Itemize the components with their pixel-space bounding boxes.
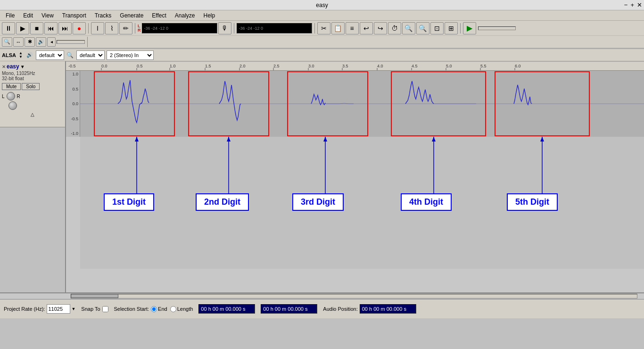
edit-toolbar-btn1[interactable]: ✂ xyxy=(317,22,330,34)
edit-toolbar-btn2[interactable]: 📋 xyxy=(331,22,345,34)
digit-label-1: 1st Digit xyxy=(104,193,154,211)
record-button[interactable]: ● xyxy=(73,22,86,34)
zoom-out-btn[interactable]: 🔍 xyxy=(416,22,429,34)
bottom-controls: Project Rate (Hz): 11025 ▼ Snap To Selec… xyxy=(0,299,644,318)
length-radio-opt[interactable]: Length xyxy=(170,306,193,312)
selection-tool[interactable]: I xyxy=(91,22,104,34)
project-rate-value[interactable]: 11025 xyxy=(47,304,70,314)
y-label-n1: -1.0 xyxy=(66,131,80,136)
output-level-meter: -36 -24 -12 0 xyxy=(237,23,312,33)
play-green-btn[interactable]: ▶ xyxy=(463,22,476,34)
menu-analyze[interactable]: Analyze xyxy=(171,11,199,20)
pan-knob[interactable] xyxy=(8,101,17,110)
track-panel-empty xyxy=(0,127,65,292)
horizontal-scrollbar-thumb[interactable] xyxy=(71,294,118,298)
snap-to-checkbox[interactable] xyxy=(102,306,108,312)
track-meta-depth: 32-bit float xyxy=(2,76,63,81)
device-row: ALSA ▲ ▼ 🔊 default 🔍 default 2 (Stereo) … xyxy=(0,49,644,61)
svg-text:1.0: 1.0 xyxy=(170,64,176,68)
solo-button[interactable]: Solo xyxy=(22,83,40,90)
zoom-magnify-btn[interactable]: 🔍 xyxy=(2,37,12,47)
search-icon[interactable]: 🔍 xyxy=(66,51,74,59)
timeline-ruler: -0.5 0.0 0.5 1.0 1.5 2.0 2.5 3.0 3.5 4.0… xyxy=(66,61,644,71)
y-axis-labels: 1.0 0.5 0.0 -0.5 -1.0 xyxy=(66,71,80,137)
project-rate-group: Project Rate (Hz): 11025 ▼ xyxy=(4,304,75,314)
menu-file[interactable]: File xyxy=(2,11,18,20)
track-content: 1.0 0.5 0.0 -0.5 -1.0 xyxy=(66,71,644,137)
maximize-button[interactable]: + xyxy=(630,1,634,8)
mute-button[interactable]: Mute xyxy=(2,83,21,90)
edit-toolbar-btn5[interactable]: ↪ xyxy=(374,22,387,34)
horizontal-scrollbar-track[interactable] xyxy=(71,294,637,299)
svg-marker-42 xyxy=(432,137,436,141)
length-radio[interactable] xyxy=(170,306,176,312)
menu-generate[interactable]: Generate xyxy=(116,11,147,20)
svg-text:0.5: 0.5 xyxy=(137,64,143,68)
tool-options-toolbar: 🔍 ↔ ✱ 🔊 ◂ xyxy=(0,36,644,48)
selection-start-time[interactable]: 00 h 00 m 00.000 s xyxy=(198,304,255,314)
minimize-button[interactable]: − xyxy=(624,1,628,8)
edit-toolbar-btn4[interactable]: ↩ xyxy=(360,22,373,34)
digit-label-2: 2nd Digit xyxy=(196,193,249,211)
zoom-in-btn[interactable]: 🔍 xyxy=(402,22,415,34)
time-toolbar-btn1[interactable]: ⏱ xyxy=(388,22,401,34)
end-length-time[interactable]: 00 h 00 m 00.000 s xyxy=(261,304,317,314)
edit-toolbar-btn3[interactable]: ≡ xyxy=(346,22,359,34)
project-rate-select[interactable]: 11025 ▼ xyxy=(47,304,75,314)
output-device-select[interactable]: default xyxy=(36,50,64,60)
track-meta-samplerate: Mono, 11025Hz xyxy=(2,71,63,76)
multi-tool-btn[interactable]: ✱ xyxy=(25,37,35,47)
collapse-track-btn[interactable]: △ xyxy=(31,112,34,117)
transport-toolbar: ⏸ ▶ ■ ⏮ ⏭ ● I ⌇ ✏ LR -36 -24 -12 0 🎙 -36… xyxy=(0,21,644,36)
close-button[interactable]: ✕ xyxy=(637,1,642,8)
zoom-fit-btn[interactable]: ⊡ xyxy=(430,22,444,34)
alsa-arrows[interactable]: ▲ ▼ xyxy=(19,51,23,59)
rate-down-arrow[interactable]: ▼ xyxy=(71,307,75,311)
play-slider[interactable] xyxy=(478,26,516,30)
svg-text:-0.5: -0.5 xyxy=(68,64,76,68)
draw-tool[interactable]: ✏ xyxy=(119,22,132,34)
selection-start-label: Selection Start: xyxy=(114,306,149,312)
envelope-tool[interactable]: ⌇ xyxy=(105,22,118,34)
audio-position-time[interactable]: 00 h 00 m 00.000 s xyxy=(360,304,416,314)
digit-label-4: 4th Digit xyxy=(401,193,452,211)
menu-help[interactable]: Help xyxy=(200,11,219,20)
end-radio[interactable] xyxy=(151,306,157,312)
pause-button[interactable]: ⏸ xyxy=(2,22,15,34)
toolbar-sep-2 xyxy=(135,23,135,33)
selection-start-group: Selection Start: End Length xyxy=(114,306,193,312)
gain-row: L R xyxy=(2,92,63,100)
input-monitor-btn[interactable]: 🎙 xyxy=(218,22,231,34)
audio-position-group: Audio Position: 00 h 00 m 00.000 s xyxy=(323,304,416,314)
menu-effect[interactable]: Effect xyxy=(148,11,170,20)
toolbar-sep-4 xyxy=(314,23,315,33)
menu-view[interactable]: View xyxy=(38,11,58,20)
track-menu-btn[interactable]: ▼ xyxy=(20,64,25,69)
skip-start-button[interactable]: ⏮ xyxy=(44,22,58,34)
stop-button[interactable]: ■ xyxy=(30,22,43,34)
channel-select[interactable]: 2 (Stereo) In xyxy=(107,50,154,60)
svg-text:0.0: 0.0 xyxy=(101,64,107,68)
vol-down-btn[interactable]: ◂ xyxy=(47,37,56,47)
play-button[interactable]: ▶ xyxy=(16,22,29,34)
alsa-label: ALSA xyxy=(2,52,16,58)
collapse-row: △ xyxy=(2,112,63,117)
input-device-select[interactable]: default xyxy=(76,50,105,60)
svg-text:4.0: 4.0 xyxy=(377,64,383,68)
menu-tracks[interactable]: Tracks xyxy=(91,11,116,20)
waveform-svg xyxy=(80,71,644,137)
track-close-button[interactable]: ✕ xyxy=(2,64,6,69)
menu-transport[interactable]: Transport xyxy=(58,11,90,20)
zoom-sel-btn[interactable]: ⊞ xyxy=(445,22,458,34)
menu-edit[interactable]: Edit xyxy=(19,11,37,20)
end-radio-opt[interactable]: End xyxy=(151,306,167,312)
arrows-svg xyxy=(80,137,644,269)
title-bar: easy − + ✕ xyxy=(0,0,644,10)
speaker-btn[interactable]: 🔊 xyxy=(36,37,46,47)
fit-width-btn[interactable]: ↔ xyxy=(13,37,24,47)
volume-slider[interactable] xyxy=(57,40,85,44)
track-header: ✕ easy ▼ Mono, 11025Hz 32-bit float Mute… xyxy=(0,61,65,127)
gain-knob[interactable] xyxy=(7,92,15,100)
status-bar: Project Rate (Hz): 11025 ▼ Snap To Selec… xyxy=(0,292,644,318)
skip-end-button[interactable]: ⏭ xyxy=(58,22,72,34)
